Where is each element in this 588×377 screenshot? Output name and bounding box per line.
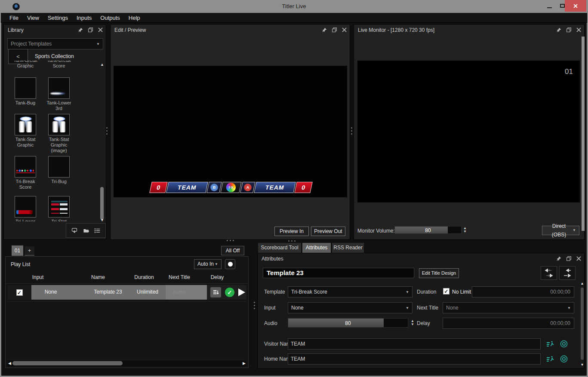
cell-next-title-dropdown[interactable]: None (166, 285, 207, 300)
list-item[interactable]: Tank-Lower 3rd (45, 77, 73, 111)
preview-canvas[interactable]: 0 TEAM B FX A TEAM 0 (114, 66, 347, 197)
transition-in-button[interactable] (541, 266, 557, 280)
play-icon[interactable] (238, 288, 245, 296)
step-up-icon[interactable]: ▲ (411, 319, 414, 322)
list-item[interactable]: Tri-Break Score (12, 156, 39, 190)
edit-title-design-button[interactable]: Edit Title Design (419, 268, 459, 278)
list-item[interactable]: Tank-Bug (12, 77, 39, 111)
float-icon[interactable] (87, 27, 93, 33)
transition-out-button[interactable] (559, 266, 576, 280)
left-score: 0 (149, 182, 168, 193)
edit-preview-title: Edit / Preview (114, 27, 146, 33)
audio-stepper[interactable]: ▲▼ (411, 319, 414, 326)
record-button[interactable] (225, 259, 235, 269)
pin-icon[interactable] (77, 27, 83, 33)
scroll-down-icon[interactable]: ▼ (580, 363, 584, 367)
step-up-icon[interactable]: ▲ (463, 227, 467, 230)
duration-value-field[interactable]: 00:00;00 (472, 286, 574, 297)
splitter-handle[interactable] (106, 127, 108, 135)
list-item[interactable]: Tank-Break Score (45, 61, 73, 69)
menu-outputs[interactable]: Outputs (96, 13, 124, 23)
tab-attributes[interactable]: Attributes (302, 243, 331, 253)
step-down-icon[interactable]: ▼ (411, 323, 414, 326)
audio-volume-slider[interactable]: 80 (288, 318, 408, 328)
row-checkbox[interactable]: ✓ (16, 289, 23, 296)
pin-icon[interactable] (556, 255, 562, 261)
close-panel-icon[interactable] (576, 255, 582, 261)
table-row[interactable]: ✓ None Template 23 Unlimited None ✓ (7, 285, 246, 300)
scrollbar-thumb[interactable] (581, 288, 584, 360)
enabled-check-icon[interactable]: ✓ (225, 288, 234, 297)
list-item[interactable]: Tank-Break Graphic (12, 61, 39, 69)
playlist-horizontal-scrollbar[interactable]: ◀ ▶ (7, 361, 246, 366)
list-item[interactable]: Tank-Stat Graphic (image) (45, 114, 73, 153)
library-panel: Library Project Templates ▼ < Sports Col… (3, 24, 106, 240)
tab-scoreboard-tool[interactable]: Scoreboard Tool (258, 243, 301, 253)
next-title-select[interactable]: None ▼ (443, 302, 574, 313)
data-link-icon[interactable] (546, 340, 554, 348)
menu-inputs[interactable]: Inputs (72, 13, 96, 23)
delay-value-field[interactable]: 00:00;00 (443, 318, 574, 329)
list-item[interactable]: Tri-Stat (45, 196, 73, 221)
scroll-left-icon[interactable]: ◀ (8, 361, 11, 366)
step-down-icon[interactable]: ▼ (463, 230, 467, 233)
float-icon[interactable] (566, 255, 572, 261)
monitor-volume-slider[interactable]: 80 (394, 226, 462, 234)
attributes-scrollbar[interactable]: ▲ ▼ (580, 282, 584, 367)
menu-file[interactable]: File (5, 13, 23, 23)
splitter-handle[interactable] (254, 302, 256, 309)
preview-in-button[interactable]: Preview In (274, 227, 309, 236)
list-view-icon[interactable] (94, 227, 100, 233)
scroll-up-icon[interactable]: ▲ (580, 282, 584, 285)
preview-out-button[interactable]: Preview Out (311, 227, 345, 236)
visibility-icon[interactable] (560, 340, 568, 348)
close-panel-icon[interactable] (341, 27, 347, 33)
input-select[interactable]: None ▼ (288, 302, 413, 313)
list-item[interactable]: Tri-Lower (12, 196, 39, 221)
template-select[interactable]: Tri-Break Score ▼ (288, 286, 413, 297)
close-window-button[interactable]: ✕ (565, 0, 586, 12)
template-category-dropdown[interactable]: Project Templates ▼ (7, 38, 103, 49)
attributes-title: Attributes (262, 256, 283, 262)
float-icon[interactable] (566, 27, 572, 33)
auto-in-dropdown[interactable]: Auto In ▼ (194, 259, 222, 269)
visitor-name-input[interactable] (288, 338, 541, 349)
scrollbar-thumb[interactable] (12, 361, 123, 365)
add-folder-icon[interactable] (83, 227, 89, 233)
menu-help[interactable]: Help (124, 13, 145, 23)
monitor-scrollbar[interactable] (582, 37, 585, 231)
pin-icon[interactable] (556, 27, 562, 33)
add-playlist-tab[interactable]: + (25, 246, 34, 256)
pin-icon[interactable] (321, 27, 327, 33)
close-panel-icon[interactable] (97, 27, 103, 33)
splitter-handle[interactable] (227, 240, 234, 242)
output-select[interactable]: Direct (OBS) ▼ (542, 226, 579, 235)
data-link-icon[interactable] (546, 355, 554, 363)
no-limit-checkbox[interactable]: ✓ (443, 288, 449, 294)
close-panel-icon[interactable] (576, 27, 582, 33)
splitter-handle[interactable] (288, 240, 296, 242)
export-template-icon[interactable] (71, 227, 77, 233)
volume-stepper[interactable]: ▲▼ (463, 227, 467, 233)
splitter-handle[interactable] (351, 127, 353, 135)
library-scrollbar[interactable]: ▲ ▼ (99, 62, 105, 222)
minimize-button[interactable] (543, 0, 556, 12)
queue-icon[interactable] (210, 287, 221, 297)
menu-view[interactable]: View (23, 13, 43, 23)
home-name-input[interactable] (288, 353, 541, 365)
tab-rss-reader[interactable]: RSS Reader (332, 243, 364, 253)
playlist-tab-01[interactable]: 01 (12, 245, 23, 256)
visibility-icon[interactable] (560, 355, 568, 363)
menu-settings[interactable]: Settings (43, 13, 72, 23)
title-name-field[interactable]: Template 23 (263, 268, 414, 278)
scroll-up-icon[interactable]: ▲ (99, 62, 105, 67)
scroll-down-icon[interactable]: ▼ (99, 218, 105, 222)
scroll-right-icon[interactable]: ▶ (243, 361, 246, 366)
float-icon[interactable] (331, 27, 337, 33)
all-off-button[interactable]: All Off (221, 246, 244, 255)
template-row: Tri-Break Score Tri-Bug (7, 156, 96, 190)
list-item[interactable]: Tank-Stat Graphic (12, 114, 39, 153)
scrollbar-thumb[interactable] (100, 187, 104, 220)
list-item[interactable]: Tri-Bug (45, 156, 73, 190)
row-selected-band[interactable]: None Template 23 Unlimited (31, 285, 166, 300)
